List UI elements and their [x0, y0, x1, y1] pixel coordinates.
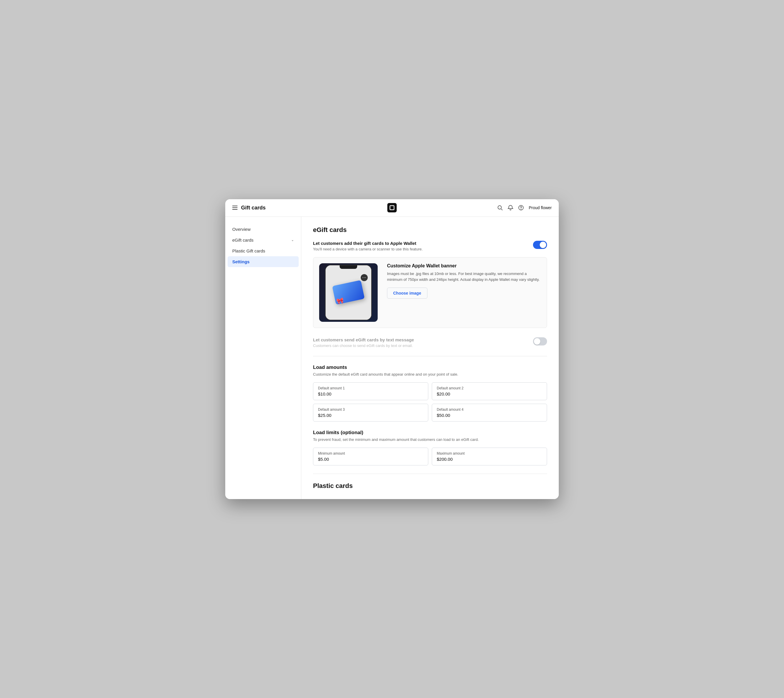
main-layout: Overview eGift cards ⌄ Plastic Gift card…: [225, 217, 559, 499]
top-nav: Gift cards Proud flower: [225, 199, 559, 217]
topnav-left: Gift cards: [232, 205, 339, 211]
section-title: eGift cards: [313, 226, 547, 234]
text-message-desc: Customers can choose to send eGift cards…: [313, 344, 414, 348]
text-message-row: Let customers send eGift cards by text m…: [313, 337, 547, 348]
topnav-center: [339, 203, 445, 212]
apple-wallet-desc: You'll need a device with a camera or sc…: [313, 247, 423, 251]
text-message-title: Let customers send eGift cards by text m…: [313, 337, 414, 342]
amount-label-1: Default amount 1: [318, 386, 423, 390]
amount-value-2: $20.00: [437, 392, 542, 397]
amount-field-3[interactable]: Default amount 3 $25.00: [313, 404, 428, 421]
phone-frame: 1:20 🎀 ⋯: [325, 265, 372, 320]
divider-2: [313, 474, 547, 474]
load-limits-desc: To prevent fraud, set the minimum and ma…: [313, 437, 547, 442]
max-amount-field[interactable]: Maximum amount $200.00: [432, 448, 547, 466]
main-content: eGift cards Let customers add their gift…: [301, 217, 559, 499]
load-amounts-title: Load amounts: [313, 364, 547, 370]
help-icon[interactable]: [518, 205, 524, 211]
limits-grid: Minimum amount $5.00 Maximum amount $200…: [313, 448, 547, 466]
amount-field-1[interactable]: Default amount 1 $10.00: [313, 382, 428, 400]
amount-label-3: Default amount 3: [318, 408, 423, 412]
sidebar-item-plastic-gift-cards[interactable]: Plastic Gift cards: [225, 245, 301, 256]
toggle-slider-off: [533, 337, 547, 346]
amount-label-2: Default amount 2: [437, 386, 542, 390]
text-message-text: Let customers send eGift cards by text m…: [313, 337, 414, 348]
svg-rect-0: [387, 203, 397, 212]
user-name: Proud flower: [529, 205, 552, 210]
min-amount-label: Minimum amount: [318, 451, 423, 456]
topnav-right: Proud flower: [445, 205, 552, 211]
amount-field-4[interactable]: Default amount 4 $50.00: [432, 404, 547, 421]
apple-wallet-title: Let customers add their gift cards to Ap…: [313, 241, 423, 246]
search-icon[interactable]: [497, 205, 503, 211]
amount-label-4: Default amount 4: [437, 408, 542, 412]
amount-value-4: $50.00: [437, 413, 542, 418]
min-amount-value: $5.00: [318, 457, 423, 462]
chevron-down-icon: ⌄: [291, 238, 294, 242]
amount-field-2[interactable]: Default amount 2 $20.00: [432, 382, 547, 400]
app-title: Gift cards: [241, 205, 266, 211]
sidebar-item-settings[interactable]: Settings: [227, 256, 299, 267]
phone-preview: 1:20 🎀 ⋯: [319, 263, 378, 322]
load-amounts-section: Load amounts Customize the default eGift…: [313, 364, 547, 421]
text-message-toggle[interactable]: [533, 337, 547, 346]
svg-point-2: [498, 206, 501, 209]
apple-wallet-row: Let customers add their gift cards to Ap…: [313, 241, 547, 251]
banner-title: Customize Apple Wallet banner: [387, 263, 541, 268]
divider-1: [313, 356, 547, 356]
load-amounts-desc: Customize the default eGift card amounts…: [313, 372, 547, 377]
choose-image-button[interactable]: Choose image: [387, 288, 427, 299]
sidebar-item-overview[interactable]: Overview: [225, 224, 301, 235]
bell-icon[interactable]: [507, 205, 514, 211]
hamburger-icon[interactable]: [232, 206, 237, 210]
sidebar: Overview eGift cards ⌄ Plastic Gift card…: [225, 217, 301, 499]
banner-info: Customize Apple Wallet banner Images mus…: [387, 263, 541, 322]
apple-wallet-toggle[interactable]: [533, 241, 547, 249]
banner-card: 1:20 🎀 ⋯: [313, 257, 547, 328]
load-limits-section: Load limits (optional) To prevent fraud,…: [313, 430, 547, 466]
apple-wallet-text: Let customers add their gift cards to Ap…: [313, 241, 423, 251]
amount-value-1: $10.00: [318, 392, 423, 397]
banner-desc: Images must be .jpg files at 10mb or les…: [387, 271, 541, 283]
square-logo: [387, 203, 397, 212]
load-limits-title: Load limits (optional): [313, 430, 547, 436]
max-amount-value: $200.00: [437, 457, 542, 462]
sidebar-item-egift-cards[interactable]: eGift cards ⌄: [225, 235, 301, 245]
plastic-cards-title: Plastic cards: [313, 482, 547, 490]
phone-notch: [339, 265, 357, 269]
toggle-slider-on: [533, 241, 547, 249]
max-amount-label: Maximum amount: [437, 451, 542, 456]
amounts-grid: Default amount 1 $10.00 Default amount 2…: [313, 382, 547, 421]
amount-value-3: $25.00: [318, 413, 423, 418]
phone-screen: 1:20 🎀 ⋯: [326, 265, 371, 320]
min-amount-field[interactable]: Minimum amount $5.00: [313, 448, 428, 466]
app-window: Gift cards Proud flower: [225, 199, 559, 499]
